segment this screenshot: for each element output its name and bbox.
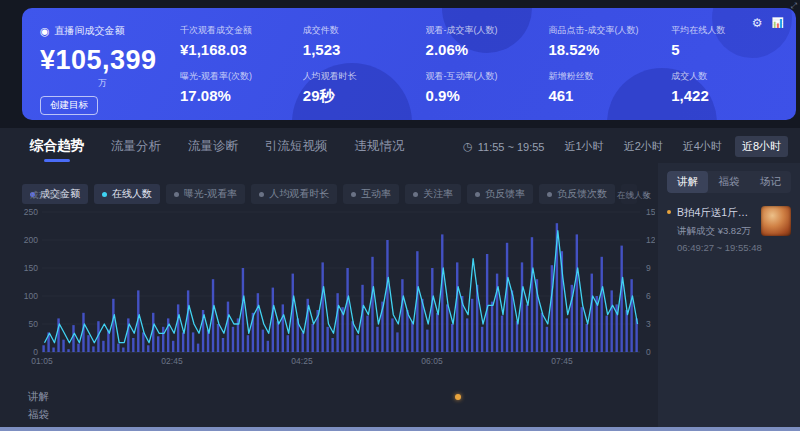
gmv-bar xyxy=(546,327,548,352)
stats-icon[interactable]: 📊 xyxy=(772,18,784,28)
gmv-bar xyxy=(87,335,89,352)
time-range-text: 11:55 ~ 19:55 xyxy=(478,141,545,153)
gmv-bar xyxy=(197,344,199,352)
gmv-bar xyxy=(566,318,568,352)
gmv-bar xyxy=(72,325,74,352)
gmv-bar xyxy=(366,316,368,352)
gmv-bar xyxy=(496,274,498,352)
gmv-bar xyxy=(222,338,224,352)
hero-metric: 观看-互动率(人数)0.9% xyxy=(426,70,539,106)
gmv-bar xyxy=(521,262,523,352)
metric-value: 1,422 xyxy=(671,87,784,104)
create-goal-button[interactable]: 创建目标 xyxy=(40,96,98,115)
settings-gear-icon[interactable]: ⚙ xyxy=(752,17,763,29)
hero-metric: 新增粉丝数461 xyxy=(548,70,661,106)
hero-title-label: 直播间成交金额 xyxy=(55,24,125,38)
gmv-bar xyxy=(541,313,543,352)
tab-4[interactable]: 违规情况 xyxy=(355,138,405,162)
tab-1[interactable]: 流量分析 xyxy=(111,138,161,162)
panel-tab-0[interactable]: 讲解 xyxy=(667,171,708,193)
hero-metrics-grid: 千次观看成交金额¥1,168.03成交件数1,523观看-成交率(人数)2.06… xyxy=(180,24,784,106)
gmv-bar xyxy=(606,316,608,352)
item-gmv: 讲解成交 ¥3.82万 xyxy=(677,225,756,238)
gmv-bar xyxy=(162,327,164,352)
gmv-bar xyxy=(506,243,508,352)
tab-2[interactable]: 流量诊断 xyxy=(188,138,238,162)
gmv-bar xyxy=(92,346,94,352)
right-axis-tick: 0 xyxy=(646,347,651,357)
metric-value: 461 xyxy=(548,87,661,104)
range-button-1[interactable]: 近2小时 xyxy=(617,136,670,157)
metric-value: 5 xyxy=(671,41,784,58)
right-axis-title: 在线人数 xyxy=(617,190,651,202)
gmv-bar xyxy=(277,321,279,352)
item-bullet-dot xyxy=(667,210,671,214)
gmv-bar xyxy=(441,234,443,352)
gmv-bar xyxy=(262,330,264,352)
gmv-bar xyxy=(391,318,393,352)
gmv-bar xyxy=(356,335,358,352)
right-axis-tick: 6 xyxy=(646,291,651,301)
hero-metric: 成交人数1,422 xyxy=(671,70,784,106)
panel-tab-2[interactable]: 场记 xyxy=(750,171,791,193)
gmv-bar xyxy=(102,341,104,352)
hero-metric: 平均在线人数5 xyxy=(671,24,784,58)
main-section: 综合趋势流量分析流量诊断引流短视频违规情况 ◷ 11:55 ~ 19:55 近1… xyxy=(0,128,800,431)
gmv-bar xyxy=(516,321,518,352)
gmv-bar xyxy=(217,324,219,352)
gmv-bar xyxy=(157,336,159,352)
gmv-bar xyxy=(406,310,408,352)
item-title: B拍4斤送1斤共35-4... xyxy=(677,206,756,220)
gmv-bar xyxy=(232,327,234,352)
gmv-bar xyxy=(486,254,488,352)
metric-label: 成交人数 xyxy=(671,70,784,83)
gmv-bar xyxy=(426,330,428,352)
clock-icon: ◷ xyxy=(463,140,473,153)
gmv-bar xyxy=(132,338,134,352)
hero-gmv-unit: 万 xyxy=(98,77,190,90)
item-time: 06:49:27 ~ 19:55:48 xyxy=(677,242,756,253)
gmv-bar xyxy=(67,349,69,352)
hero-metric: 人均观看时长29秒 xyxy=(303,70,416,106)
metric-label: 成交件数 xyxy=(303,24,416,37)
metric-value: 1,523 xyxy=(303,41,416,58)
gmv-bar xyxy=(326,327,328,352)
right-axis-tick: 15 xyxy=(646,207,655,217)
gmv-bar xyxy=(346,268,348,352)
target-icon: ◉ xyxy=(40,26,50,37)
gmv-bar xyxy=(526,304,528,352)
gmv-bar xyxy=(376,327,378,352)
left-axis-title: 成交金额 xyxy=(30,190,64,202)
hero-metric: 观看-成交率(人数)2.06% xyxy=(426,24,539,58)
panel-tab-1[interactable]: 福袋 xyxy=(708,171,749,193)
online-line xyxy=(45,231,638,343)
x-axis-tick: 07:45 xyxy=(551,356,573,366)
gmv-bar xyxy=(581,307,583,352)
gmv-bar xyxy=(451,324,453,352)
range-button-2[interactable]: 近4小时 xyxy=(676,136,729,157)
gmv-bar xyxy=(611,290,613,352)
panel-list-item[interactable]: B拍4斤送1斤共35-4...讲解成交 ¥3.82万06:49:27 ~ 19:… xyxy=(667,206,791,253)
right-axis-tick: 12 xyxy=(646,235,655,245)
gmv-bar xyxy=(625,310,627,352)
horizontal-scrollbar[interactable] xyxy=(0,427,800,431)
left-axis-tick: 200 xyxy=(24,235,38,245)
tab-3[interactable]: 引流短视频 xyxy=(265,138,328,162)
section-tabs: 综合趋势流量分析流量诊断引流短视频违规情况 xyxy=(30,137,405,162)
corner-expand-icon[interactable]: ⤢ xyxy=(791,1,797,11)
gmv-bar xyxy=(287,335,289,352)
range-button-0[interactable]: 近1小时 xyxy=(558,136,611,157)
gmv-bar xyxy=(431,268,433,352)
panel-tabs: 讲解福袋场记 xyxy=(667,171,791,193)
tab-0[interactable]: 综合趋势 xyxy=(30,137,84,162)
metric-label: 观看-互动率(人数) xyxy=(426,70,539,83)
range-button-3[interactable]: 近8小时 xyxy=(735,136,788,157)
hero-card: ◉ 直播间成交金额 ¥105,399 万 创建目标 千次观看成交金额¥1,168… xyxy=(22,8,796,120)
gmv-bar xyxy=(436,313,438,352)
timeline-event-marker[interactable] xyxy=(455,394,461,400)
gmv-bar xyxy=(586,324,588,352)
gmv-bar xyxy=(331,338,333,352)
metric-value: 17.08% xyxy=(180,87,293,104)
x-axis-tick: 01:05 xyxy=(31,356,53,366)
timeline-row-label: 福袋 xyxy=(22,408,49,422)
